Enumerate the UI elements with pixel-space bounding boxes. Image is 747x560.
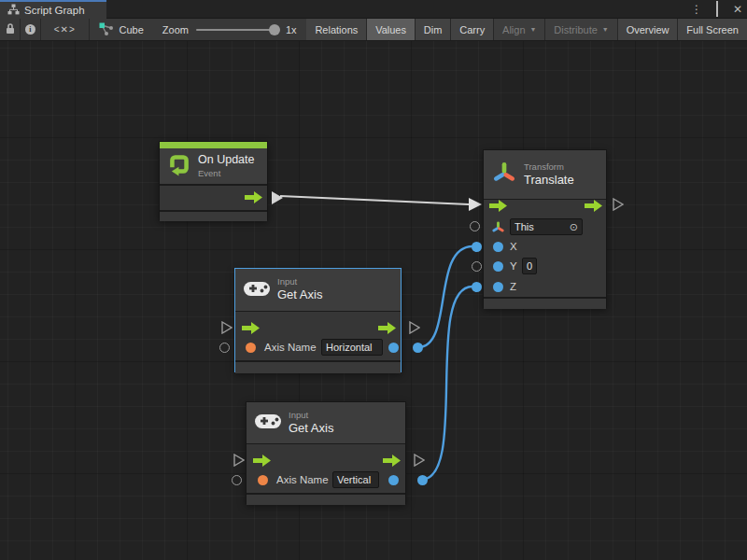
window-controls: ⋮ ✕ bbox=[689, 0, 745, 19]
title-bar: Script Graph ⋮ ✕ bbox=[0, 0, 747, 19]
z-input-port[interactable] bbox=[493, 282, 503, 292]
graph-context-breadcrumb[interactable]: Cube bbox=[90, 19, 153, 40]
trigger-output-port[interactable] bbox=[613, 198, 624, 211]
overview-button[interactable]: Overview bbox=[618, 19, 678, 40]
object-picker-icon[interactable]: ⊙ bbox=[570, 221, 578, 233]
graph-node-icon bbox=[99, 22, 114, 37]
node-title: Translate bbox=[524, 173, 574, 188]
lock-icon bbox=[5, 22, 16, 36]
node-title: On Update bbox=[198, 153, 254, 168]
node-header: On Update Event bbox=[160, 148, 267, 184]
trigger-output-outer-port[interactable] bbox=[409, 321, 420, 334]
trigger-output-arrow-icon bbox=[245, 190, 262, 207]
chevron-down-icon: ▼ bbox=[602, 26, 609, 33]
node-on-update[interactable]: On Update Event bbox=[159, 141, 268, 220]
on-update-loop-icon bbox=[167, 152, 191, 180]
value-output-connected-port[interactable] bbox=[417, 475, 428, 485]
trigger-output-port[interactable] bbox=[272, 191, 283, 204]
node-header: Input Get Axis bbox=[235, 269, 401, 311]
x-input-port[interactable] bbox=[493, 242, 503, 252]
flow-wire-arrowhead bbox=[469, 198, 482, 211]
carry-button[interactable]: Carry bbox=[451, 19, 493, 40]
y-outer-port[interactable] bbox=[472, 261, 482, 272]
node-header: Transform Translate bbox=[484, 150, 606, 199]
tab-title: Script Graph bbox=[24, 5, 85, 16]
y-input-port[interactable] bbox=[493, 261, 503, 272]
flow-wire bbox=[280, 196, 469, 204]
target-object-field[interactable]: This ⊙ bbox=[510, 218, 583, 235]
trigger-input-outer-port[interactable] bbox=[221, 321, 233, 334]
y-value-field[interactable]: 0 bbox=[522, 258, 537, 274]
node-get-axis-vertical[interactable]: Input Get Axis Axis Name Vertical bbox=[246, 401, 406, 504]
node-title: Get Axis bbox=[277, 287, 322, 302]
code-view-icon: <✕> bbox=[54, 24, 76, 35]
graph-context-label: Cube bbox=[120, 24, 144, 35]
node-subtitle: Event bbox=[198, 168, 254, 179]
target-row: This ⊙ bbox=[491, 217, 583, 236]
x-connected-port[interactable] bbox=[472, 242, 482, 252]
node-header: Input Get Axis bbox=[247, 402, 405, 443]
target-object-value: This bbox=[514, 221, 534, 232]
code-view-button[interactable]: <✕> bbox=[41, 19, 89, 40]
transform-axes-icon bbox=[491, 160, 517, 189]
trigger-input-outer-port[interactable] bbox=[233, 454, 245, 467]
value-output-connected-port[interactable] bbox=[413, 343, 423, 353]
event-accent-bar bbox=[160, 142, 267, 148]
zoom-label: Zoom bbox=[162, 24, 189, 35]
axis-name-input-port[interactable] bbox=[258, 475, 268, 485]
node-translate[interactable]: Transform Translate bbox=[483, 149, 607, 308]
y-port-label: Y bbox=[510, 260, 517, 272]
trigger-input-arrow-icon bbox=[253, 454, 271, 470]
z-port-label: Z bbox=[510, 281, 516, 292]
close-icon[interactable]: ✕ bbox=[730, 3, 745, 16]
x-port-label: X bbox=[510, 241, 517, 252]
gamepad-icon bbox=[254, 412, 282, 434]
node-title: Get Axis bbox=[289, 421, 333, 436]
trigger-input-arrow-icon bbox=[242, 321, 260, 338]
trigger-output-arrow-icon bbox=[378, 321, 396, 338]
node-category: Transform bbox=[524, 161, 574, 173]
trigger-output-arrow-icon bbox=[383, 454, 401, 470]
node-get-axis-horizontal[interactable]: Input Get Axis Axis Name Horizontal bbox=[234, 268, 402, 372]
zoom-slider[interactable] bbox=[196, 29, 278, 31]
zoom-value: 1x bbox=[286, 24, 297, 35]
axis-name-label: Axis Name bbox=[276, 474, 329, 485]
axis-name-outer-port[interactable] bbox=[219, 343, 230, 353]
maximize-icon[interactable] bbox=[710, 3, 725, 16]
trigger-output-outer-port[interactable] bbox=[414, 454, 425, 467]
zoom-control: Zoom 1x bbox=[153, 19, 306, 40]
lock-button[interactable] bbox=[0, 19, 20, 40]
values-button[interactable]: Values bbox=[367, 19, 415, 40]
menu-icon[interactable]: ⋮ bbox=[689, 3, 704, 16]
zoom-slider-knob[interactable] bbox=[269, 24, 280, 35]
full-screen-button[interactable]: Full Screen bbox=[678, 19, 747, 40]
value-output-port[interactable] bbox=[388, 343, 399, 353]
gamepad-icon bbox=[243, 279, 271, 301]
node-category: Input bbox=[277, 276, 322, 287]
toolbar: i <✕> Cube Zoom 1x Rela bbox=[0, 19, 747, 41]
align-label: Align bbox=[502, 24, 525, 35]
axis-name-field[interactable]: Vertical bbox=[332, 471, 379, 488]
tab-script-graph[interactable]: Script Graph bbox=[0, 0, 106, 19]
z-connected-port[interactable] bbox=[472, 282, 482, 292]
node-category: Input bbox=[289, 410, 333, 421]
distribute-dropdown[interactable]: Distribute ▼ bbox=[545, 19, 616, 40]
relations-button[interactable]: Relations bbox=[306, 19, 366, 40]
axis-name-outer-port[interactable] bbox=[232, 475, 242, 485]
graph-canvas[interactable]: On Update Event bbox=[0, 41, 747, 560]
value-wire-vertical-z bbox=[421, 287, 472, 480]
transform-axes-mini-icon bbox=[491, 220, 505, 234]
value-output-port[interactable] bbox=[388, 475, 399, 485]
script-graph-window: Script Graph ⋮ ✕ i <✕> bbox=[0, 0, 747, 560]
trigger-output-arrow-icon bbox=[585, 199, 602, 216]
target-outer-port[interactable] bbox=[470, 221, 480, 231]
axis-name-field[interactable]: Horizontal bbox=[321, 339, 383, 356]
chevron-down-icon: ▼ bbox=[530, 26, 537, 33]
axis-name-input-port[interactable] bbox=[246, 343, 256, 353]
inspect-button[interactable]: i bbox=[21, 19, 40, 40]
value-wire-horizontal-x bbox=[418, 246, 472, 347]
graph-tab-icon bbox=[7, 2, 20, 19]
dim-button[interactable]: Dim bbox=[416, 19, 451, 40]
info-icon: i bbox=[25, 24, 35, 35]
align-dropdown[interactable]: Align ▼ bbox=[494, 19, 544, 40]
